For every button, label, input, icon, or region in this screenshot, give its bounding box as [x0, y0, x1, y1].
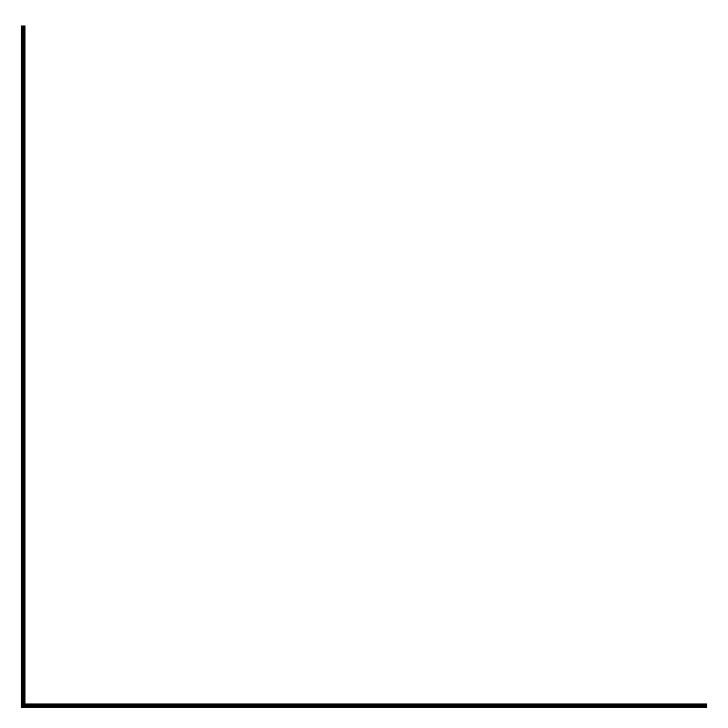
- plot-frame: [21, 25, 707, 708]
- data-curve: [25, 25, 707, 703]
- chart-container: [0, 0, 728, 728]
